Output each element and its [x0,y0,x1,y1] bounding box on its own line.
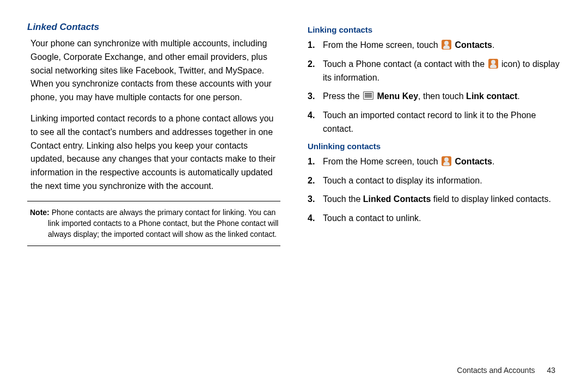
step-text-end: . [492,157,494,166]
contacts-label: Contacts [452,157,492,166]
step-text: Touch the [323,194,363,204]
step-1-unlinking: 1. From the Home screen, touch Contacts. [323,155,561,169]
step-text: Touch a contact to display its informati… [323,176,482,185]
step-3-linking: 3. Press the Menu Key, then touch Link c… [323,90,561,103]
linked-contacts-label: Linked Contacts [363,194,431,204]
left-column: Linked Contacts Your phone can synchroni… [27,22,280,252]
step-number: 3. [308,193,315,206]
step-text-end: . [492,40,494,50]
page-number: 43 [547,366,555,375]
step-number: 1. [308,155,315,169]
step-2-unlinking: 2. Touch a contact to display its inform… [323,174,561,188]
divider-bottom [27,246,280,246]
menu-key-label: Menu Key [375,91,418,101]
contacts-icon [488,59,498,69]
step-text-mid: , then touch [418,91,466,101]
step-number: 3. [308,90,315,103]
step-number: 2. [308,58,315,71]
step-3-unlinking: 3. Touch the Linked Contacts field to di… [323,193,561,206]
menu-key-icon [363,91,373,100]
page-body: Linked Contacts Your phone can synchroni… [0,0,588,295]
step-number: 4. [308,109,315,122]
right-column: Linking contacts 1. From the Home screen… [308,22,561,252]
contacts-icon [442,156,451,166]
contacts-icon [442,40,451,50]
note-label: Note: [30,208,50,217]
list-linking: 1. From the Home screen, touch Contacts.… [308,39,561,136]
step-text-end: field to display linked contacts. [431,194,551,204]
step-number: 1. [308,39,315,52]
heading-linked-contacts: Linked Contacts [27,22,280,33]
para-linking-desc: Linking imported contact records to a ph… [30,112,280,193]
step-number: 4. [308,212,315,225]
step-text: From the Home screen, touch [323,157,440,166]
step-4-unlinking: 4. Touch a contact to unlink. [323,212,561,225]
step-text: Touch a Phone contact (a contact with th… [323,59,487,69]
step-text: Press the [323,91,362,101]
list-unlinking: 1. From the Home screen, touch Contacts.… [308,155,561,225]
note-block: Note: Phone contacts are always the prim… [27,207,280,240]
divider-top [27,201,280,201]
step-number: 2. [308,174,315,188]
step-text: From the Home screen, touch [323,40,440,50]
contacts-label: Contacts [452,40,492,50]
link-contact-label: Link contact [466,91,517,101]
heading-unlinking-contacts: Unlinking contacts [308,142,561,151]
para-sync-accounts: Your phone can synchronize with multiple… [30,37,280,105]
step-text: Touch an imported contact record to link… [323,111,536,133]
footer: Contacts and Accounts 43 [457,366,555,375]
footer-section: Contacts and Accounts [457,366,535,375]
step-2-linking: 2. Touch a Phone contact (a contact with… [323,58,561,85]
note-text: Phone contacts are always the primary co… [48,208,278,239]
step-text: Touch a contact to unlink. [323,213,421,223]
step-1-linking: 1. From the Home screen, touch Contacts. [323,39,561,52]
step-text-end: . [517,91,519,101]
heading-linking-contacts: Linking contacts [308,25,561,34]
step-4-linking: 4. Touch an imported contact record to l… [323,109,561,136]
